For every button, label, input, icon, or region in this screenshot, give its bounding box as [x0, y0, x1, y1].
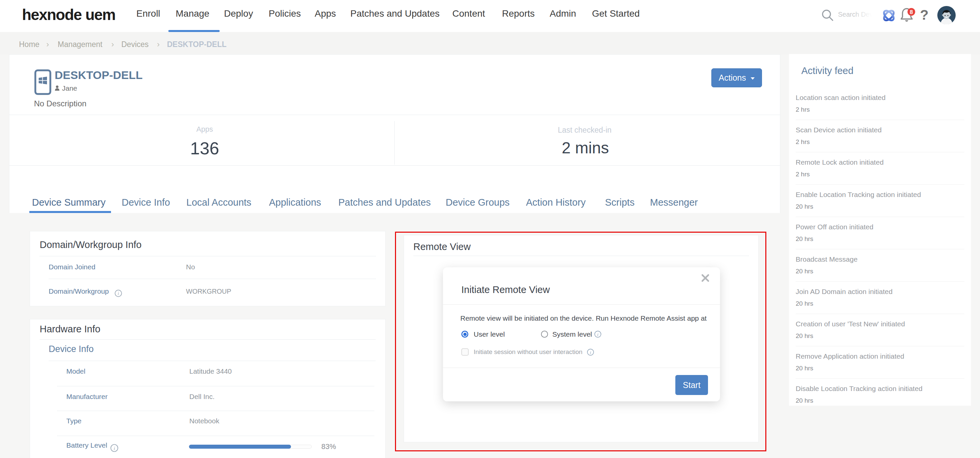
- svg-text:i: i: [118, 291, 119, 296]
- svg-text:i: i: [597, 332, 599, 337]
- svg-text:i: i: [114, 446, 115, 451]
- svg-text:i: i: [590, 350, 591, 355]
- svg-text:8: 8: [910, 9, 913, 15]
